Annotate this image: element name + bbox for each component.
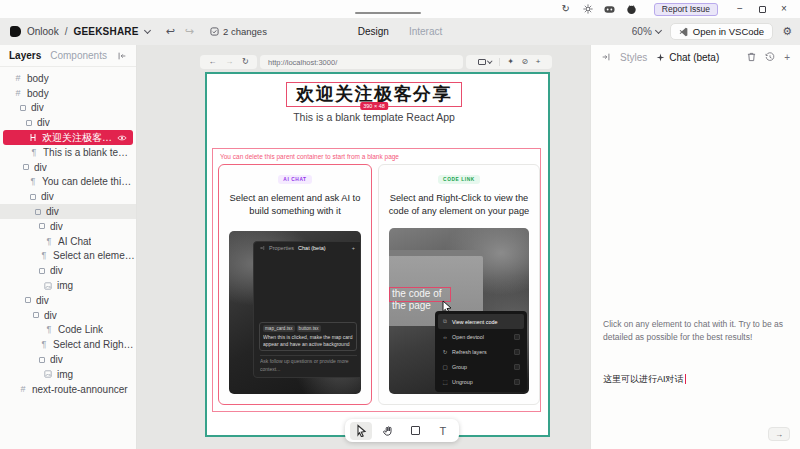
theme-sun-icon[interactable]: [582, 3, 594, 15]
mini-chat-panel: Properties Chat (beta) + map_card.tsx bu…: [253, 241, 361, 378]
open-in-vscode-button[interactable]: Open in VSCode: [670, 23, 773, 40]
layer-row[interactable]: #body: [0, 71, 136, 86]
disable-interactions-icon[interactable]: ⊘: [521, 58, 528, 66]
layer-row[interactable]: img: [0, 278, 136, 293]
device-select[interactable]: [478, 59, 492, 65]
tab-interact[interactable]: Interact: [409, 26, 442, 37]
project-name[interactable]: GEEKSHARE: [73, 26, 138, 37]
chat-input[interactable]: 这里可以进行AI对话: [603, 373, 686, 386]
layer-row-highlighted[interactable]: div: [0, 204, 136, 219]
layer-row[interactable]: div: [0, 160, 136, 175]
undo-icon[interactable]: ↩: [166, 25, 175, 38]
ai-chat-badge: AI CHAT: [278, 175, 311, 184]
group-icon: ▢: [442, 364, 448, 370]
card-heading[interactable]: Select an element and ask AI to build so…: [226, 192, 364, 219]
eye-icon[interactable]: [117, 134, 127, 142]
code-link-badge: CODE LINK: [438, 175, 480, 184]
layer-row[interactable]: div: [0, 219, 136, 234]
menu-item-view-code: ⧉ View element code: [438, 314, 524, 329]
refresh-icon[interactable]: ↻: [560, 3, 572, 15]
card-ai-chat[interactable]: AI CHAT Select an element and ask AI to …: [218, 164, 372, 405]
card-code-link[interactable]: CODE LINK Select and Right-Click to view…: [378, 164, 540, 405]
design-canvas[interactable]: ← → ↻ http://localhost:3000/ ✦ ⊘ + 欢迎关注极…: [137, 45, 590, 449]
history-icon[interactable]: [765, 52, 775, 62]
page-subtitle[interactable]: This is a blank template React App: [207, 111, 541, 123]
titlebar: ↻ Report Issue − ×: [0, 0, 800, 18]
report-issue-button[interactable]: Report Issue: [654, 3, 718, 16]
element-icon: [39, 268, 45, 274]
layer-row[interactable]: div: [0, 352, 136, 367]
layer-row[interactable]: div: [0, 308, 136, 323]
chat-helper-text: Click on any element to chat with it. Tr…: [603, 318, 785, 344]
changes-indicator[interactable]: 2 changes: [210, 26, 267, 37]
tab-layers[interactable]: Layers: [9, 50, 41, 61]
header-toolbar: Onlook / GEEKSHARE ↩ ↪ 2 changes Design …: [0, 18, 800, 45]
delete-hint-text[interactable]: You can delete this parent container to …: [220, 153, 399, 160]
redo-icon[interactable]: ↪: [185, 25, 194, 38]
shortcut-hint: [514, 334, 520, 340]
back-icon[interactable]: ←: [208, 58, 216, 66]
image-icon: [44, 282, 52, 290]
layer-row[interactable]: ¶You can delete this paren...: [0, 175, 136, 190]
tab-styles[interactable]: Styles: [620, 52, 647, 63]
layer-row[interactable]: ¶Code Link: [0, 323, 136, 338]
select-tool[interactable]: [350, 422, 372, 440]
tab-chat[interactable]: Chat (beta): [656, 52, 719, 63]
card-heading[interactable]: Select and Right-Click to view the code …: [386, 192, 532, 219]
collapse-sidebar-icon[interactable]: [117, 51, 127, 61]
shortcut-hint: [514, 349, 520, 355]
layer-row[interactable]: div: [0, 263, 136, 278]
refresh-icon: ↻: [442, 349, 448, 355]
zoom-control[interactable]: 60%: [632, 26, 661, 37]
close-icon[interactable]: ×: [778, 3, 790, 15]
layer-row[interactable]: div: [0, 293, 136, 308]
layers-tree: #body #body div div 欢迎关注极客分享 ¶This is a …: [0, 67, 136, 397]
right-panel: Styles Chat (beta) + Click on any elemen…: [590, 45, 800, 449]
url-field[interactable]: http://localhost:3000/: [260, 55, 463, 69]
add-frame-icon[interactable]: +: [536, 58, 541, 66]
github-icon[interactable]: [626, 3, 638, 15]
tab-components[interactable]: Components: [50, 50, 107, 61]
page-frame[interactable]: 欢迎关注极客分享 390 × 48 This is a blank templa…: [205, 72, 550, 437]
mini-chat-message: When this is clicked, make the map card …: [263, 334, 353, 349]
layer-row[interactable]: div: [0, 101, 136, 116]
insert-text-tool[interactable]: T: [432, 422, 454, 440]
send-button[interactable]: →: [768, 427, 790, 441]
maximize-icon[interactable]: [756, 3, 768, 15]
size-badge: 390 × 48: [360, 102, 388, 110]
left-sidebar: Layers Components #body #body div div 欢迎…: [0, 45, 137, 449]
sparkle-icon[interactable]: ✦: [507, 58, 514, 66]
minimize-icon[interactable]: −: [734, 3, 746, 15]
layer-row[interactable]: #body: [0, 86, 136, 101]
layer-row[interactable]: ¶Select an element and...: [0, 249, 136, 264]
shortcut-hint: [514, 364, 520, 370]
image-icon: [44, 370, 52, 378]
text-icon: ¶: [45, 325, 53, 334]
window-drag-handle[interactable]: [355, 12, 421, 14]
insert-div-tool[interactable]: [405, 422, 427, 440]
forward-icon[interactable]: →: [225, 58, 233, 66]
onlook-logo[interactable]: [10, 26, 21, 37]
collapse-panel-icon[interactable]: [601, 52, 611, 62]
layer-row[interactable]: #next-route-announcer: [0, 382, 136, 397]
trash-icon[interactable]: [747, 52, 756, 62]
breadcrumb-separator: /: [65, 26, 68, 37]
layer-row[interactable]: ¶Select and Right-Click...: [0, 337, 136, 352]
element-icon: [26, 120, 32, 126]
new-chat-icon[interactable]: +: [784, 52, 790, 63]
element-icon: [25, 297, 31, 303]
layer-row[interactable]: div: [0, 189, 136, 204]
layer-row[interactable]: ¶AI Chat: [0, 234, 136, 249]
layer-row-selected[interactable]: 欢迎关注极客分享: [3, 130, 133, 145]
layer-row[interactable]: ¶This is a blank template R...: [0, 145, 136, 160]
menu-item-ungroup: ⬚ Ungroup: [438, 374, 524, 389]
reload-icon[interactable]: ↻: [242, 58, 249, 66]
pan-tool[interactable]: [377, 422, 399, 440]
layer-row[interactable]: img: [0, 367, 136, 382]
file-chip: button.tsx: [297, 325, 321, 332]
chevron-down-icon[interactable]: [144, 26, 151, 33]
tab-design[interactable]: Design: [358, 26, 389, 37]
gear-icon[interactable]: ⚙: [782, 25, 792, 38]
layer-row[interactable]: div: [0, 115, 136, 130]
discord-icon[interactable]: [604, 3, 616, 15]
